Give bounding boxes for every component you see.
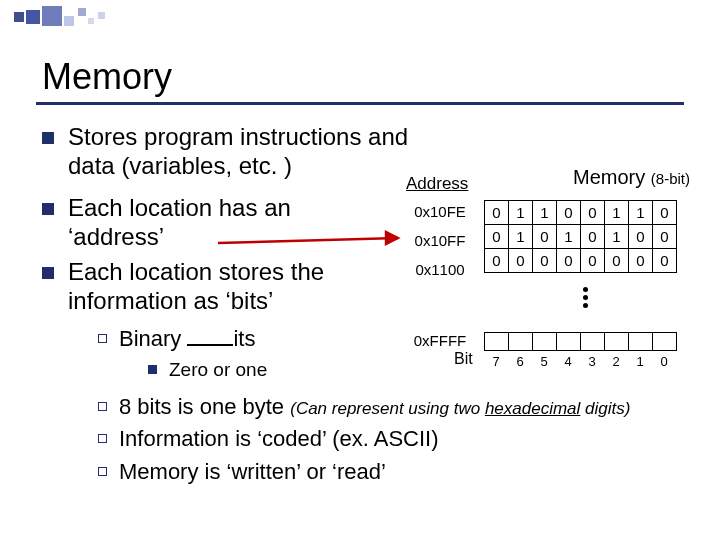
address-label: 0x10FF (404, 232, 476, 249)
subbullet-icon (98, 402, 107, 411)
title-rule (36, 102, 684, 105)
table-row: 01100110 (485, 201, 677, 225)
bullet-icon (42, 132, 54, 144)
slide-title: Memory (42, 56, 172, 98)
bullet-text: Stores program instructions and data (va… (68, 122, 418, 181)
memory-heading: Memory (8-bit) (573, 166, 690, 189)
bullet-text: Each location stores the information as … (68, 257, 378, 316)
table-row: 00000000 (485, 249, 677, 273)
bullet-text: Each location has an ‘address’ (68, 193, 348, 252)
bullet-icon (42, 267, 54, 279)
subbullet-icon (98, 434, 107, 443)
memory-table: 01100110 01010100 00000000 (484, 200, 677, 273)
subbullet-text: Binary its (119, 326, 255, 353)
subbullet-icon (98, 467, 107, 476)
memory-last-row (484, 332, 677, 351)
subsubbullet-icon (148, 365, 157, 374)
address-label: 0xFFFF (404, 332, 476, 349)
address-label: 0x1100 (404, 261, 476, 278)
table-row: 01010100 (485, 225, 677, 249)
bullet-icon (42, 203, 54, 215)
ellipsis-icon (580, 284, 590, 311)
subbullet-text: 8 bits is one byte (Can represent using … (119, 394, 630, 421)
subbullet-text: Memory is ‘written’ or ‘read’ (119, 459, 386, 486)
blank-line (187, 326, 233, 346)
address-heading: Address (406, 174, 468, 194)
address-label: 0x10FE (404, 203, 476, 220)
bit-indices: 76543210 (484, 352, 684, 370)
slide-deco-squares (14, 0, 154, 36)
bit-label: Bit (454, 350, 473, 368)
subsubbullet-text: Zero or one (169, 358, 267, 381)
subbullet-icon (98, 334, 107, 343)
subbullet-text: Information is ‘coded’ (ex. ASCII) (119, 426, 439, 453)
